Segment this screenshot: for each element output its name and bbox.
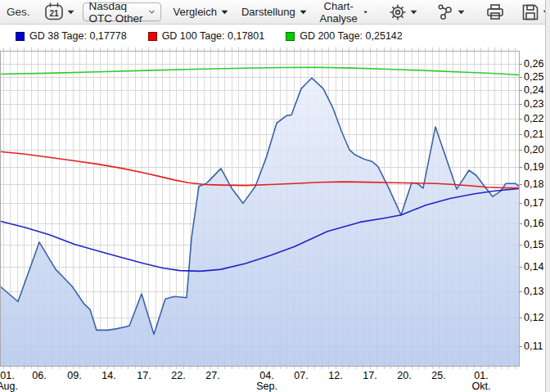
- y-axis-label: 0,14: [524, 261, 548, 273]
- legend-swatch-0: [16, 32, 25, 41]
- chevron-down-icon: [300, 10, 307, 15]
- legend-label: GD 100 Tage: 0,17801: [162, 30, 265, 42]
- chevron-down-icon: [221, 10, 228, 15]
- share-button[interactable]: [435, 2, 465, 22]
- y-axis-label: 0,21: [524, 128, 548, 140]
- calendar-icon: 21: [43, 2, 65, 23]
- y-axis-label: 0,20: [524, 144, 548, 155]
- printer-icon: [485, 2, 506, 22]
- x-axis-label: 06.: [25, 371, 54, 381]
- x-axis-label: 22.: [164, 371, 193, 381]
- y-axis-label: 0,23: [524, 98, 548, 110]
- y-axis-label: 0,19: [524, 161, 548, 173]
- x-axis-label: 14.: [94, 371, 124, 381]
- x-axis-label: 12.: [321, 371, 350, 381]
- chevron-down-icon: [458, 10, 465, 15]
- legend-label: GD 38 Tage: 0,17778: [29, 30, 127, 42]
- chevron-down-icon: [363, 10, 367, 15]
- y-axis-label: 0,12: [524, 312, 548, 323]
- y-axis-label: 0,18: [524, 178, 548, 190]
- x-axis-label: 27.: [198, 371, 228, 381]
- y-axis-label: 0,13: [524, 286, 548, 297]
- legend-swatch-1: [148, 32, 157, 41]
- range-label: Ges.: [7, 6, 30, 18]
- x-axis-label: 09.: [60, 371, 89, 381]
- y-axis-label: 0,26: [524, 58, 548, 70]
- legend-item-gd100[interactable]: GD 100 Tage: 0,17801: [148, 30, 265, 42]
- svg-text:21: 21: [49, 8, 59, 17]
- menu-chart-analyse[interactable]: Chart-Analyse: [316, 0, 370, 26]
- calendar-period-button[interactable]: 21: [43, 2, 74, 23]
- chart-plot[interactable]: [0, 47, 522, 372]
- settings-button[interactable]: [388, 2, 417, 22]
- y-axis-label: 0,25: [524, 71, 548, 83]
- chevron-down-icon: [410, 10, 417, 15]
- legend-item-gd38[interactable]: GD 38 Tage: 0,17778: [16, 30, 127, 42]
- chevron-down-icon: [67, 10, 74, 15]
- y-axis-label: 0,24: [524, 84, 548, 96]
- menu-darstellung[interactable]: Darstellung: [239, 4, 309, 20]
- symbol-select-value: Nasdaq OTC Other: [89, 0, 149, 25]
- x-axis-label: 01.Aug.: [0, 371, 22, 392]
- print-button[interactable]: [485, 2, 506, 22]
- settings-gear-icon: [388, 2, 408, 22]
- x-axis-label: 04.Sep.: [252, 371, 282, 392]
- x-axis-label: 17.: [129, 371, 159, 381]
- legend-item-gd200[interactable]: GD 200 Tage: 0,25142: [286, 30, 403, 42]
- y-axis-label: 0,15: [524, 239, 548, 250]
- y-axis-label: 0,11: [524, 340, 548, 352]
- x-axis-label: 01.Okt.: [467, 371, 496, 392]
- x-axis-label: 07.: [286, 371, 316, 381]
- x-axis-label: 20.: [390, 371, 419, 381]
- save-floppy-icon: [521, 2, 540, 22]
- share-nodes-icon: [435, 2, 455, 22]
- legend-label: GD 200 Tage: 0,25142: [300, 30, 403, 42]
- chevron-down-icon: [149, 9, 155, 15]
- x-axis-label: 17.: [355, 371, 385, 381]
- chart-legend: GD 38 Tage: 0,17778 GD 100 Tage: 0,17801…: [0, 25, 540, 47]
- y-axis-label: 0,17: [524, 197, 548, 209]
- y-axis-label: 0,16: [524, 218, 548, 229]
- x-axis-label: 25.: [424, 371, 453, 381]
- symbol-select[interactable]: Nasdaq OTC Other: [83, 2, 161, 21]
- menu-vergleich[interactable]: Vergleich: [171, 4, 231, 20]
- x-axis: 01.Aug.06.09.14.17.22.27.04.Sep.07.12.17…: [0, 371, 550, 392]
- y-axis-label: 0,22: [524, 113, 548, 124]
- chart-toolbar: Ges. 21 Nasdaq OTC Other Vergleich Darst…: [0, 0, 550, 25]
- legend-swatch-2: [286, 32, 295, 41]
